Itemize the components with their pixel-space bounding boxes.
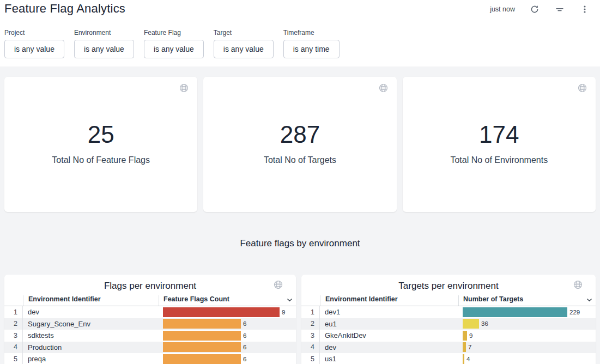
globe-icon[interactable] — [379, 83, 388, 95]
value-bar — [463, 307, 567, 317]
bar-cell: 36 — [458, 319, 596, 329]
environment-cell: eu1 — [320, 320, 458, 328]
filter-label: Timeframe — [283, 29, 340, 37]
row-index: 4 — [4, 342, 23, 354]
bar-cell: 6 — [159, 319, 296, 329]
value-bar — [163, 342, 241, 352]
filter-project: Project is any value — [4, 29, 64, 58]
column-header-environment[interactable]: Environment Identifier — [320, 295, 458, 306]
row-index: 5 — [4, 353, 23, 364]
globe-icon[interactable] — [578, 83, 587, 95]
value-bar — [163, 331, 241, 341]
filter-icon[interactable] — [554, 4, 565, 15]
kpi-label: Total No of Targets — [264, 155, 336, 165]
filter-bar: Project is any value Environment is any … — [0, 22, 600, 66]
column-header-targets-count[interactable]: Number of Targets — [458, 295, 596, 306]
column-header-flags-count[interactable]: Feature Flags Count — [159, 295, 296, 306]
table-row[interactable]: 5preqa6 — [4, 353, 296, 364]
globe-icon[interactable] — [573, 280, 583, 292]
filter-label: Environment — [74, 29, 134, 37]
row-index: 1 — [4, 306, 23, 318]
bar-value-label: 9 — [469, 332, 472, 339]
environment-cell: dev1 — [320, 308, 458, 316]
tile-total-targets: 287 Total No of Targets — [203, 77, 396, 212]
table-header-row: Environment Identifier Number of Targets — [301, 292, 596, 306]
row-index: 3 — [301, 330, 320, 342]
bar-cell: 7 — [458, 342, 596, 352]
bar-value-label: 36 — [481, 320, 488, 327]
row-index-header — [301, 303, 320, 306]
bar-cell: 6 — [159, 331, 296, 341]
row-index: 2 — [4, 318, 23, 330]
chevron-down-icon[interactable] — [586, 298, 592, 302]
filter-environment: Environment is any value — [74, 29, 134, 58]
bar-cell: 9 — [458, 331, 596, 341]
globe-icon[interactable] — [179, 83, 189, 95]
filter-timeframe-value[interactable]: is any time — [283, 40, 340, 58]
filter-environment-value[interactable]: is any value — [74, 40, 134, 58]
environment-cell: preqa — [23, 355, 159, 363]
kpi-label: Total No of Feature Flags — [52, 155, 150, 165]
row-index: 1 — [301, 306, 320, 318]
filter-project-value[interactable]: is any value — [4, 40, 64, 58]
filter-feature-flag-value[interactable]: is any value — [144, 40, 204, 58]
table-body: 1dev12292eu1363GkeAnkitDev94dev75us14 — [301, 306, 596, 364]
last-updated-text: just now — [490, 5, 515, 13]
value-bar — [163, 354, 241, 364]
bar-value-label: 6 — [243, 356, 246, 362]
globe-icon[interactable] — [274, 280, 283, 292]
table-row[interactable]: 4Production6 — [4, 342, 296, 354]
dashboard-body: 25 Total No of Feature Flags 287 Total N… — [0, 66, 600, 364]
environment-cell: Sugary_Scone_Env — [23, 320, 159, 328]
filter-feature-flag: Feature Flag is any value — [144, 29, 204, 58]
table-row[interactable]: 2Sugary_Scone_Env6 — [4, 318, 296, 330]
table-row[interactable]: 2eu136 — [301, 318, 596, 330]
environment-cell: GkeAnkitDev — [320, 331, 458, 339]
chevron-down-icon[interactable] — [287, 298, 293, 302]
table-header-row: Environment Identifier Feature Flags Cou… — [4, 292, 296, 306]
filter-target-value[interactable]: is any value — [214, 40, 274, 58]
table-row[interactable]: 5us14 — [301, 353, 596, 364]
dashboard-header: Feature Flag Analytics just now — [0, 0, 600, 22]
value-bar — [463, 342, 466, 352]
bar-cell: 6 — [159, 342, 296, 352]
flags-per-environment-card: Flags per environment Environment Identi… — [4, 275, 296, 364]
table-row[interactable]: 3GkeAnkitDev9 — [301, 330, 596, 342]
table-body: 1dev92Sugary_Scone_Env63sdktests64Produc… — [4, 306, 296, 364]
row-index: 5 — [301, 353, 320, 364]
value-bar — [163, 319, 241, 329]
kpi-value: 174 — [479, 123, 519, 147]
column-header-environment[interactable]: Environment Identifier — [23, 295, 159, 306]
kebab-menu-icon[interactable] — [579, 4, 590, 15]
table-row[interactable]: 4dev7 — [301, 342, 596, 354]
bar-value-label: 9 — [282, 309, 285, 316]
environment-cell: sdktests — [23, 331, 159, 339]
table-row[interactable]: 1dev1229 — [301, 306, 596, 318]
column-header-label: Number of Targets — [463, 295, 523, 303]
value-bar — [163, 307, 280, 317]
bar-value-label: 6 — [243, 344, 246, 350]
environment-cell: dev — [23, 308, 159, 316]
table-row[interactable]: 1dev9 — [4, 306, 296, 318]
table-row[interactable]: 3sdktests6 — [4, 330, 296, 342]
filter-target: Target is any value — [214, 29, 274, 58]
targets-per-environment-card: Targets per environment Environment Iden… — [301, 275, 596, 364]
bar-cell: 4 — [458, 354, 596, 364]
row-index: 3 — [4, 330, 23, 342]
environment-cell: us1 — [320, 355, 458, 363]
value-bar — [463, 319, 479, 329]
section-title: Feature flags by environment — [0, 238, 600, 249]
tables-row: Flags per environment Environment Identi… — [4, 275, 596, 364]
environment-cell: dev — [320, 343, 458, 351]
bar-value-label: 7 — [468, 344, 471, 350]
refresh-icon[interactable] — [529, 4, 540, 15]
filter-label: Project — [4, 29, 64, 37]
filter-timeframe: Timeframe is any time — [283, 29, 340, 58]
tile-total-feature-flags: 25 Total No of Feature Flags — [4, 77, 197, 212]
environment-cell: Production — [23, 343, 159, 351]
bar-value-label: 6 — [243, 332, 246, 339]
kpi-label: Total No of Environments — [450, 155, 548, 165]
kpi-tiles-row: 25 Total No of Feature Flags 287 Total N… — [4, 77, 596, 212]
row-index-header — [4, 303, 23, 306]
kpi-value: 25 — [88, 123, 114, 147]
